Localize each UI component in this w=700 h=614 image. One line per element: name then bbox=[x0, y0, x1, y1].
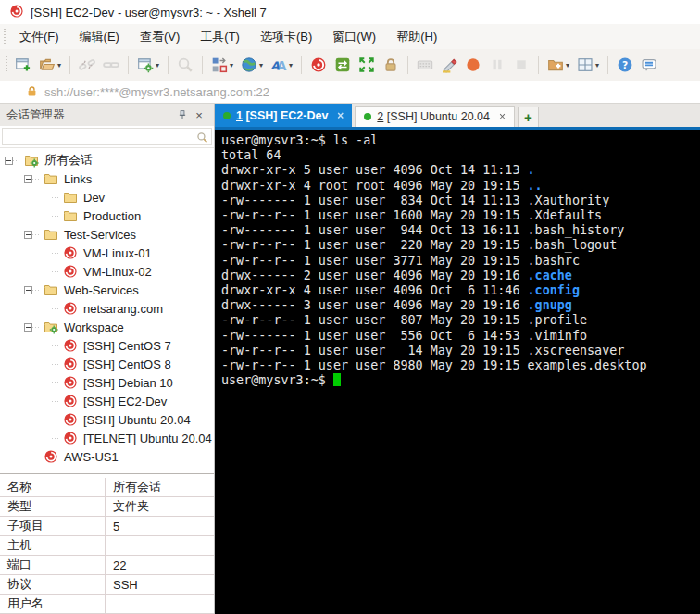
tree-connector bbox=[52, 364, 60, 365]
new-folder-button[interactable]: ▾ bbox=[544, 53, 573, 77]
tile-layout-button[interactable]: ▾ bbox=[573, 53, 603, 77]
find-button bbox=[173, 53, 197, 77]
tree-item-test-services[interactable]: Test-Services bbox=[0, 225, 214, 244]
tree-connector bbox=[32, 327, 41, 328]
tree-item-vm-linux-01[interactable]: VM-Linux-01 bbox=[0, 244, 214, 262]
toolbar-separator bbox=[69, 56, 70, 74]
tree-item--ssh-centos-8[interactable]: [SSH] CentOS 8 bbox=[0, 355, 214, 373]
session-properties-button[interactable]: ▾ bbox=[133, 53, 163, 77]
toolbar: ▾▾▾▾AA▾▾▾? bbox=[0, 49, 700, 81]
xftp-button[interactable] bbox=[331, 53, 355, 77]
window-gear-icon bbox=[137, 56, 154, 73]
session-search-input[interactable] bbox=[2, 128, 212, 145]
session-icon bbox=[63, 357, 79, 371]
tab-close-icon[interactable]: × bbox=[337, 109, 344, 122]
tree-item-vm-linux-02[interactable]: VM-Linux-02 bbox=[0, 262, 214, 281]
font-button[interactable]: AA▾ bbox=[267, 53, 296, 77]
record-button[interactable] bbox=[461, 53, 485, 77]
connected-status-icon bbox=[223, 112, 231, 119]
tree-connector bbox=[32, 234, 41, 235]
toolbar-grip[interactable] bbox=[4, 56, 8, 73]
session-icon bbox=[63, 301, 79, 316]
tree-item-label: Links bbox=[64, 172, 92, 186]
expander-minus-icon[interactable] bbox=[5, 157, 13, 165]
expander-minus-icon[interactable] bbox=[24, 175, 32, 183]
terminal-line: user@mysvr3:~$ ls -al bbox=[221, 133, 700, 148]
compose-pane-button[interactable]: ▾ bbox=[207, 53, 237, 77]
web-browser-button[interactable]: ▾ bbox=[237, 53, 267, 77]
tree-indent bbox=[44, 416, 52, 424]
chevron-down-icon[interactable]: ▾ bbox=[230, 61, 233, 69]
tree-item-netsarang-com[interactable]: netsarang.com bbox=[0, 299, 214, 318]
fullscreen-button[interactable] bbox=[355, 53, 379, 77]
property-row: 类型文件夹 bbox=[0, 497, 214, 517]
window-title: [SSH] EC2-Dev - user@mysvr3: ~ - Xshell … bbox=[31, 6, 267, 19]
chevron-down-icon[interactable]: ▾ bbox=[289, 61, 293, 69]
menu-window[interactable]: 窗口(W) bbox=[322, 24, 386, 49]
pin-icon[interactable] bbox=[174, 107, 191, 123]
keyboard-icon bbox=[417, 56, 433, 73]
open-session-button[interactable]: ▾ bbox=[35, 53, 65, 77]
tree-item-所有会话[interactable]: 所有会话 bbox=[0, 151, 214, 169]
fullscreen-icon bbox=[358, 56, 375, 73]
new-tab-button[interactable]: + bbox=[518, 107, 539, 127]
menu-edit[interactable]: 编辑(E) bbox=[69, 24, 130, 49]
terminal-screen[interactable]: user@mysvr3:~$ ls -altotal 64drwxr-xr-x … bbox=[215, 130, 700, 614]
toolbar-separator bbox=[168, 56, 169, 74]
menu-view[interactable]: 查看(V) bbox=[130, 24, 190, 49]
tree-indent bbox=[44, 342, 52, 350]
tree-indent bbox=[44, 212, 52, 220]
menubar-grip[interactable] bbox=[2, 29, 6, 45]
session-icon bbox=[63, 264, 79, 279]
folder-open-icon bbox=[39, 56, 56, 73]
tree-item--ssh-ec2-dev[interactable]: [SSH] EC2-Dev bbox=[0, 392, 214, 410]
highlight-button[interactable] bbox=[437, 53, 461, 77]
property-row: 主机 bbox=[0, 536, 214, 556]
chevron-down-icon[interactable]: ▾ bbox=[259, 61, 263, 69]
tree-item-production[interactable]: Production bbox=[0, 207, 214, 225]
expander-minus-icon[interactable] bbox=[24, 286, 32, 294]
feedback-button[interactable] bbox=[637, 53, 661, 77]
expander-minus-icon[interactable] bbox=[24, 323, 32, 332]
tab--ssh-ubuntu-20-04[interactable]: 2 [SSH] Ubuntu 20.04× bbox=[355, 106, 515, 127]
tree-item-web-services[interactable]: Web-Services bbox=[0, 281, 214, 299]
close-icon[interactable]: × bbox=[191, 107, 207, 123]
svg-text:?: ? bbox=[622, 59, 628, 71]
tree-item-label: [SSH] Ubuntu 20.04 bbox=[83, 413, 191, 427]
terminal-line: total 64 bbox=[221, 148, 700, 163]
tree-item-dev[interactable]: Dev bbox=[0, 188, 214, 207]
menu-file[interactable]: 文件(F) bbox=[9, 24, 69, 49]
tree-item--ssh-centos-7[interactable]: [SSH] CentOS 7 bbox=[0, 336, 214, 355]
address-bar[interactable]: ssh://user:****@mysvr3.netsarang.com:22 bbox=[0, 81, 700, 104]
help-button[interactable]: ? bbox=[613, 53, 637, 77]
property-value: 所有会话 bbox=[106, 478, 214, 496]
expander-minus-icon[interactable] bbox=[24, 231, 32, 239]
new-session-button[interactable] bbox=[11, 53, 35, 77]
tree-connector bbox=[52, 438, 60, 439]
menu-help[interactable]: 帮助(H) bbox=[386, 24, 447, 49]
tab-close-icon[interactable]: × bbox=[499, 110, 506, 123]
chevron-down-icon[interactable]: ▾ bbox=[595, 61, 599, 69]
magnifier-icon bbox=[177, 56, 194, 73]
xshell-button[interactable] bbox=[306, 53, 331, 77]
tree-item-workspace[interactable]: Workspace bbox=[0, 318, 214, 336]
tab--ssh-ec2-dev[interactable]: 1 [SSH] EC2-Dev× bbox=[215, 104, 352, 127]
tree-item--ssh-debian-10[interactable]: [SSH] Debian 10 bbox=[0, 373, 214, 392]
property-row: 端口22 bbox=[0, 556, 214, 575]
tree-item--telnet-ubuntu-20-04[interactable]: [TELNET] Ubuntu 20.04 bbox=[0, 429, 214, 447]
property-value bbox=[106, 536, 214, 555]
tree-item-label: [SSH] Debian 10 bbox=[83, 376, 173, 390]
tree-item-aws-us1[interactable]: AWS-US1 bbox=[0, 447, 214, 466]
lock-screen-button[interactable] bbox=[379, 53, 403, 77]
tree-item-label: netsarang.com bbox=[83, 302, 163, 316]
chevron-down-icon[interactable]: ▾ bbox=[566, 61, 569, 69]
tree-indent bbox=[44, 434, 52, 443]
menu-tabs[interactable]: 选项卡(B) bbox=[250, 24, 322, 49]
tree-item--ssh-ubuntu-20-04[interactable]: [SSH] Ubuntu 20.04 bbox=[0, 410, 214, 429]
chevron-down-icon[interactable]: ▾ bbox=[156, 61, 159, 69]
tree-item-links[interactable]: Links bbox=[0, 169, 214, 188]
folder-icon bbox=[63, 208, 79, 223]
reconnect-button bbox=[99, 53, 123, 77]
chevron-down-icon[interactable]: ▾ bbox=[57, 61, 61, 69]
menu-tools[interactable]: 工具(T) bbox=[190, 24, 250, 49]
